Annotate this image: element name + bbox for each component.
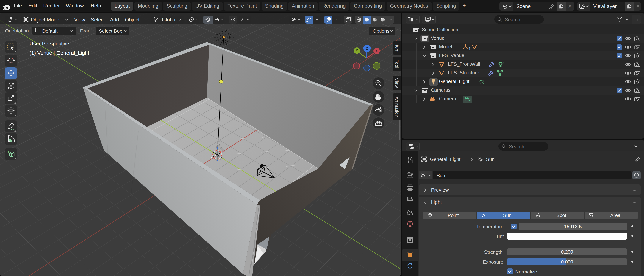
svg-text:X: X <box>375 49 378 53</box>
svg-text:Y: Y <box>356 49 358 53</box>
svg-text:Z: Z <box>366 46 368 51</box>
